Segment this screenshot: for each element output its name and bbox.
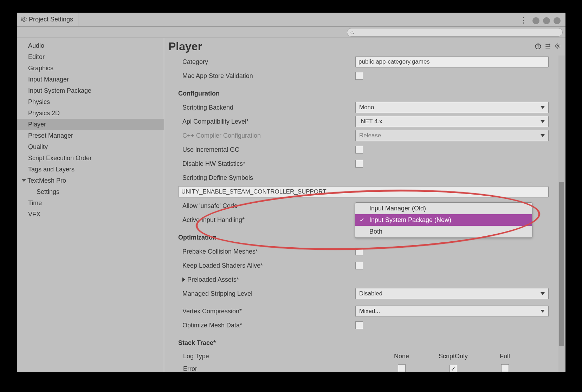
kebab-icon[interactable]: ⋮ <box>520 16 532 26</box>
chevron-right-icon <box>182 277 185 282</box>
sidebar-item-quality[interactable]: Quality <box>17 141 164 152</box>
api-compat-label: Api Compatibility Level* <box>178 118 355 125</box>
active-input-label: Active Input Handling* <box>178 216 355 224</box>
titlebar: Project Settings ⋮ <box>17 13 565 27</box>
incremental-gc-checkbox[interactable] <box>355 146 363 153</box>
sidebar-item-input-manager[interactable]: Input Manager <box>17 74 164 85</box>
search-row <box>17 27 565 38</box>
tab-label: Project Settings <box>29 16 73 23</box>
preset-icon[interactable] <box>544 43 551 50</box>
sidebar-item-preset-manager[interactable]: Preset Manager <box>17 130 164 141</box>
search-field[interactable] <box>347 28 563 37</box>
optimize-mesh-label: Optimize Mesh Data* <box>178 322 355 329</box>
sidebar-item-textmesh-pro-settings[interactable]: Settings <box>17 186 164 197</box>
log-error-scriptonly-checkbox[interactable]: ✓ <box>450 365 457 372</box>
sidebar-item-script-execution-order[interactable]: Script Execution Order <box>17 152 164 164</box>
stack-trace-heading: Stack Trace* <box>178 339 355 347</box>
project-settings-window: Project Settings ⋮ Audio Editor Graphics <box>17 13 565 372</box>
search-icon <box>350 30 355 35</box>
sidebar-item-textmesh-pro[interactable]: TextMesh Pro <box>17 175 164 186</box>
incremental-gc-label: Use incremental GC <box>178 146 355 153</box>
main-panel: Player Category <box>164 38 565 372</box>
keep-shaders-label: Keep Loaded Shaders Alive* <box>178 262 355 269</box>
vertical-scrollbar[interactable] <box>558 55 565 372</box>
popup-item-input-manager-old[interactable]: Input Manager (Old) <box>355 203 532 214</box>
check-icon: ✓ <box>360 216 364 224</box>
disable-hw-checkbox[interactable] <box>355 160 363 168</box>
search-input[interactable] <box>357 30 560 35</box>
chevron-down-icon <box>541 292 545 295</box>
main-header: Player <box>164 38 565 55</box>
category-input[interactable] <box>355 56 549 67</box>
scripting-define-label: Scripting Define Symbols <box>178 174 355 182</box>
keep-shaders-checkbox[interactable] <box>355 262 363 269</box>
allow-unsafe-label: Allow 'unsafe' Code <box>178 202 355 210</box>
log-row-error: Error ✓ <box>178 362 549 372</box>
sidebar-item-player[interactable]: Player <box>17 119 164 130</box>
disable-hw-label: Disable HW Statistics* <box>178 160 355 168</box>
gear-icon <box>20 16 27 22</box>
popup-item-both[interactable]: Both <box>355 226 532 237</box>
managed-stripping-label: Managed Stripping Level <box>178 290 355 298</box>
help-icon[interactable] <box>535 43 542 50</box>
log-error-full-checkbox[interactable] <box>501 364 509 372</box>
svg-point-3 <box>538 48 538 48</box>
sidebar-item-physics-2d[interactable]: Physics 2D <box>17 107 164 119</box>
scripting-backend-label: Scripting Backend <box>178 104 355 111</box>
sidebar-item-audio[interactable]: Audio <box>17 40 164 51</box>
preloaded-assets-foldout[interactable]: Preloaded Assets* <box>178 273 549 287</box>
optimization-heading: Optimization <box>178 234 355 241</box>
prebake-label: Prebake Collision Meshes* <box>178 248 355 255</box>
tab-project-settings[interactable]: Project Settings <box>17 13 78 26</box>
page-title: Player <box>168 40 532 53</box>
mac-app-store-checkbox[interactable] <box>355 72 363 80</box>
window-controls <box>532 17 565 26</box>
scripting-define-input[interactable] <box>178 186 549 197</box>
window-dot-2[interactable] <box>543 17 550 24</box>
active-input-handling-popup: Input Manager (Old) ✓ Input System Packa… <box>355 202 532 238</box>
vertex-compression-dropdown[interactable]: Mixed... <box>355 306 549 317</box>
scrollbar-thumb[interactable] <box>559 182 564 346</box>
cpp-compiler-label: C++ Compiler Configuration <box>178 132 355 139</box>
settings-gear-icon[interactable] <box>554 43 561 50</box>
mac-app-store-label: Mac App Store Validation <box>178 72 355 80</box>
cpp-compiler-dropdown: Release <box>355 130 549 141</box>
sidebar-item-tags-and-layers[interactable]: Tags and Layers <box>17 164 164 175</box>
log-header-row: Log Type None ScriptOnly Full <box>178 350 549 362</box>
category-label: Category <box>178 58 355 66</box>
managed-stripping-dropdown[interactable]: Disabled <box>355 288 549 299</box>
chevron-down-icon <box>541 120 545 123</box>
sidebar: Audio Editor Graphics Input Manager Inpu… <box>17 38 164 372</box>
sidebar-item-time[interactable]: Time <box>17 197 164 209</box>
vertex-compression-label: Vertex Compression* <box>178 308 355 315</box>
scroll-area: Category Mac App Store Validation Config… <box>164 55 565 372</box>
svg-line-1 <box>353 33 354 34</box>
api-compat-dropdown[interactable]: .NET 4.x <box>355 116 549 127</box>
svg-point-0 <box>351 31 353 33</box>
sidebar-item-input-system-package[interactable]: Input System Package <box>17 85 164 96</box>
chevron-down-icon <box>541 310 545 313</box>
sidebar-item-graphics[interactable]: Graphics <box>17 63 164 74</box>
log-error-none-checkbox[interactable] <box>398 364 406 372</box>
chevron-down-icon <box>541 134 545 137</box>
sidebar-item-vfx[interactable]: VFX <box>17 209 164 220</box>
prebake-checkbox[interactable] <box>355 248 363 255</box>
svg-point-8 <box>557 46 559 47</box>
optimize-mesh-checkbox[interactable] <box>355 321 363 329</box>
popup-item-input-system-package-new[interactable]: ✓ Input System Package (New) <box>355 214 532 226</box>
window-dot-1[interactable] <box>532 17 539 24</box>
sidebar-item-physics[interactable]: Physics <box>17 96 164 107</box>
chevron-down-icon <box>541 106 545 109</box>
configuration-heading: Configuration <box>178 90 355 97</box>
chevron-down-icon <box>22 179 26 182</box>
sidebar-item-editor[interactable]: Editor <box>17 51 164 63</box>
window-dot-3[interactable] <box>554 17 561 24</box>
scripting-backend-dropdown[interactable]: Mono <box>355 102 549 113</box>
